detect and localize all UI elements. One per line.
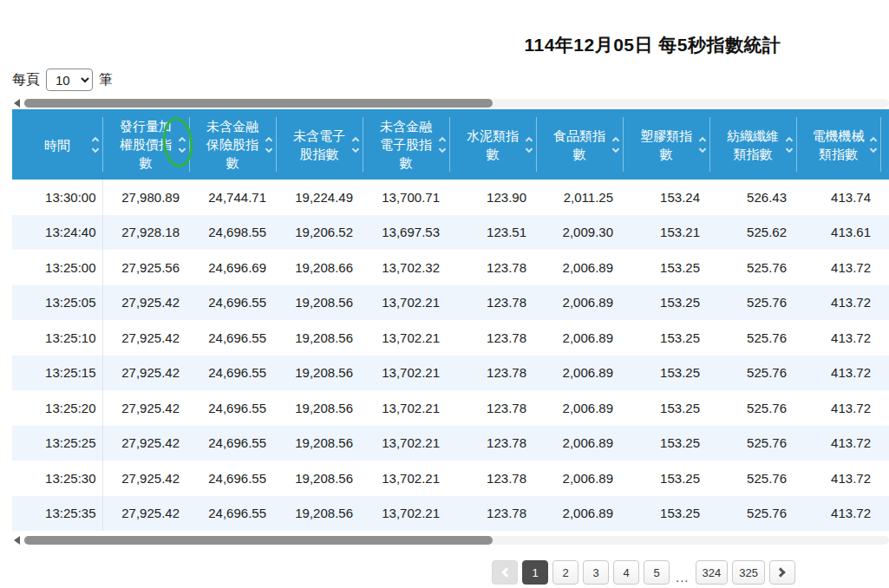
value-cell: 2,011.25 xyxy=(536,180,623,215)
value-cell: 2,006.89 xyxy=(536,250,623,285)
value-cell: 153.25 xyxy=(623,426,709,461)
column-header-6[interactable]: 水泥類指數 xyxy=(449,109,536,180)
value-cell: 13,702.21 xyxy=(363,390,449,426)
value-cell: 27,925.42 xyxy=(102,356,189,391)
value-cell: 2,006.89 xyxy=(536,496,623,532)
column-header-5[interactable]: 未含金融電子股指數 xyxy=(363,109,449,180)
sort-icon[interactable] xyxy=(613,138,618,152)
sort-icon[interactable] xyxy=(700,138,705,152)
column-header-10[interactable]: 電機機械類指數 xyxy=(796,109,880,180)
sort-icon[interactable] xyxy=(440,138,445,152)
time-cell: 13:25:05 xyxy=(12,285,102,321)
column-header-8[interactable]: 塑膠類指數 xyxy=(623,109,709,180)
value-cell: 413.72 xyxy=(796,496,880,532)
table-row: 13:25:3527,925.4224,696.5519,208.5613,70… xyxy=(12,496,889,532)
value-cell: 413.72 xyxy=(796,320,880,356)
value-cell: 123.78 xyxy=(449,496,536,532)
value-cell: 153.25 xyxy=(623,390,709,426)
page-button-2[interactable]: 2 xyxy=(552,560,579,585)
time-cell: 13:25:00 xyxy=(12,250,102,285)
column-header-label: 未含金融保險股指數 xyxy=(206,117,259,172)
page-button-1[interactable]: 1 xyxy=(522,560,548,585)
scrollbar-track[interactable] xyxy=(23,536,889,545)
table-row: 13:25:2027,925.4224,696.5519,208.5613,70… xyxy=(12,390,889,426)
header-row: 時間發行量加權股價指數未含金融保險股指數未含電子股指數未含金融電子股指數水泥類指… xyxy=(12,109,889,180)
scrollbar-thumb[interactable] xyxy=(24,99,493,108)
sort-icon[interactable] xyxy=(266,138,271,152)
value-cell: 13,702.21 xyxy=(363,426,449,461)
column-header-label: 水泥類指數 xyxy=(466,127,520,163)
next-page-button[interactable] xyxy=(769,560,795,585)
time-cell: 13:25:30 xyxy=(12,461,102,496)
column-header-label: 電機機械類指數 xyxy=(812,127,866,163)
horizontal-scrollbar-bottom[interactable] xyxy=(12,536,889,545)
scrollbar-thumb[interactable] xyxy=(24,536,493,545)
value-cell: 27,925.42 xyxy=(102,320,189,356)
time-cell: 13:25:35 xyxy=(12,496,102,532)
column-header-4[interactable]: 未含電子股指數 xyxy=(276,109,363,180)
page-button-324[interactable]: 324 xyxy=(696,560,729,585)
value-cell: 153.25 xyxy=(623,461,709,496)
sort-icon[interactable] xyxy=(526,138,532,152)
prev-page-button[interactable] xyxy=(492,560,518,585)
page: 114年12月05日 每5秒指數統計 每頁 10 筆 時間發行量加權股價指數未含… xyxy=(0,0,889,588)
page-button-5[interactable]: 5 xyxy=(644,560,670,585)
value-cell: 13,700.71 xyxy=(363,180,449,215)
per-page-select[interactable]: 10 xyxy=(46,69,93,91)
clipped-cell xyxy=(880,390,889,426)
value-cell: 19,208.56 xyxy=(276,496,363,532)
value-cell: 123.78 xyxy=(449,461,536,496)
horizontal-scrollbar-top[interactable] xyxy=(12,99,889,108)
time-cell: 13:25:25 xyxy=(12,426,102,461)
value-cell: 27,925.42 xyxy=(102,426,189,461)
sort-icon[interactable] xyxy=(93,138,98,152)
value-cell: 24,696.55 xyxy=(189,496,276,532)
value-cell: 19,224.49 xyxy=(276,180,363,215)
time-cell: 13:24:40 xyxy=(12,215,102,251)
clipped-cell xyxy=(880,180,889,215)
value-cell: 27,925.42 xyxy=(102,461,189,496)
column-header-3[interactable]: 未含金融保險股指數 xyxy=(189,109,276,180)
value-cell: 24,698.55 xyxy=(189,215,276,251)
value-cell: 2,006.89 xyxy=(536,426,623,461)
column-header-label: 未含電子股指數 xyxy=(292,127,346,163)
value-cell: 13,702.21 xyxy=(363,285,449,321)
value-cell: 123.78 xyxy=(449,285,536,321)
clipped-cell xyxy=(880,356,889,391)
sort-icon[interactable] xyxy=(353,138,358,152)
clipped-cell xyxy=(880,426,889,461)
time-cell: 13:25:15 xyxy=(12,356,102,391)
time-cell: 13:25:20 xyxy=(12,390,102,426)
sort-icon[interactable] xyxy=(871,138,876,152)
value-cell: 24,696.55 xyxy=(189,356,276,391)
clipped-cell xyxy=(880,285,889,321)
column-header-1[interactable]: 時間 xyxy=(12,109,102,180)
column-header-label: 發行量加權股價指數 xyxy=(119,117,173,172)
scrollbar-track[interactable] xyxy=(23,99,889,108)
value-cell: 413.72 xyxy=(796,356,880,391)
sort-icon[interactable] xyxy=(180,138,185,152)
page-button-325[interactable]: 325 xyxy=(732,560,765,585)
value-cell: 27,925.42 xyxy=(102,285,189,321)
value-cell: 413.72 xyxy=(796,461,880,496)
value-cell: 413.72 xyxy=(796,390,880,426)
column-header-label: 紡織纖維類指數 xyxy=(726,127,780,163)
value-cell: 24,696.55 xyxy=(189,426,276,461)
table-row: 13:24:4027,928.1824,698.5519,206.5213,69… xyxy=(12,215,889,251)
value-cell: 2,006.89 xyxy=(536,320,623,356)
value-cell: 123.78 xyxy=(449,250,536,285)
value-cell: 153.25 xyxy=(623,320,709,356)
column-header-2[interactable]: 發行量加權股價指數 xyxy=(102,109,189,180)
column-header-label: 未含金融電子股指數 xyxy=(379,117,433,172)
value-cell: 153.24 xyxy=(623,180,709,215)
column-header-7[interactable]: 食品類指數 xyxy=(536,109,623,180)
column-header-9[interactable]: 紡織纖維類指數 xyxy=(709,109,796,180)
page-button-4[interactable]: 4 xyxy=(613,560,639,585)
scroll-left-arrow-icon[interactable] xyxy=(14,99,20,108)
value-cell: 13,702.21 xyxy=(363,320,449,356)
per-page-label-after: 筆 xyxy=(99,71,113,89)
value-cell: 19,208.56 xyxy=(276,390,363,426)
scroll-left-arrow-icon[interactable] xyxy=(14,536,20,545)
page-button-3[interactable]: 3 xyxy=(583,560,609,585)
sort-icon[interactable] xyxy=(787,138,792,152)
